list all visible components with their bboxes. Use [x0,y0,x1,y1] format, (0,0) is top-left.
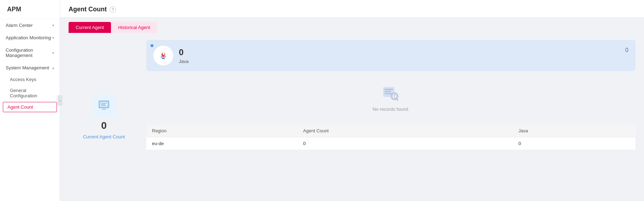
current-agent-count-number: 0 [101,120,107,131]
table-header-agent-count: Agent Count [298,125,513,137]
java-info: 0 Java [179,47,188,64]
java-icon [157,50,169,62]
sidebar-item-alarm-center[interactable]: Alarm Center ▾ [0,19,60,31]
help-icon[interactable]: ? [110,6,116,13]
sidebar-item-configuration-management-label: Configuration Management [6,47,52,58]
sidebar-item-application-monitoring-label: Application Monitoring [6,35,51,40]
sidebar-item-agent-count[interactable]: Agent Count [3,102,57,112]
chevron-down-icon: ▾ [52,36,54,40]
page-header: Agent Count ? [60,0,644,18]
svg-rect-9 [385,89,393,90]
current-agent-panel: 0 Current Agent Count [69,40,139,194]
table-cell-agent-count: 0 [298,137,513,150]
table-cell-region: eu-de [146,137,298,150]
java-label: Java [179,59,188,64]
main-content: Agent Count ? Current Agent Historical A… [60,0,644,201]
sidebar-item-configuration-management[interactable]: Configuration Management ▾ [0,44,60,62]
agent-icon-box [93,94,115,117]
sidebar-collapse-button[interactable]: ‹ [58,95,63,106]
table-header: Region Agent Count Java [146,125,636,137]
svg-line-14 [396,99,398,100]
sidebar-menu: Alarm Center ▾ Application Monitoring ▾ … [0,19,60,201]
sidebar: APM Alarm Center ▾ Application Monitorin… [0,0,60,201]
table-cell-java: 0 [513,137,636,150]
tab-current-agent[interactable]: Current Agent [69,22,111,33]
table-header-region: Region [146,125,298,137]
sidebar-item-system-management-label: System Management [6,65,49,70]
chevron-down-icon: ▾ [52,23,54,27]
svg-text:!: ! [394,94,395,98]
sidebar-item-agent-count-label: Agent Count [7,104,33,110]
table-row: eu-de 0 0 [146,137,636,150]
no-records-illustration: ! [380,84,402,103]
sidebar-item-general-configuration-label: General Configuration [10,88,37,98]
agent-table: Region Agent Count Java eu-de 0 0 [146,125,636,150]
java-count: 0 [179,47,188,57]
no-records-section: ! No records found. [146,75,636,119]
java-card-right-count: 0 [625,47,628,53]
chevron-down-icon: ▾ [52,51,54,55]
java-dot-indicator [151,44,153,47]
tab-historical-agent[interactable]: Historical Agent [111,22,157,33]
sidebar-item-access-keys-label: Access Keys [10,77,36,82]
java-card: 0 Java 0 [146,40,636,71]
sidebar-logo: APM [0,0,60,19]
content-area: 0 Current Agent Count [60,33,644,201]
tabs-bar: Current Agent Historical Agent [60,18,644,33]
svg-rect-10 [385,91,391,92]
table-header-java: Java [513,125,636,137]
table-body: eu-de 0 0 [146,137,636,150]
svg-rect-6 [101,109,106,110]
sidebar-item-application-monitoring[interactable]: Application Monitoring ▾ [0,31,60,44]
svg-rect-11 [385,93,392,94]
page-title: Agent Count [69,6,107,13]
sidebar-item-alarm-center-label: Alarm Center [6,23,33,28]
right-panel: 0 Java 0 [146,40,636,194]
sidebar-item-general-configuration[interactable]: General Configuration [0,85,60,101]
table-section: Region Agent Count Java eu-de 0 0 [146,125,636,150]
content-inner: 0 Current Agent Count [69,40,636,194]
no-records-text: No records found. [373,107,409,112]
chevron-up-icon: ▴ [52,66,54,70]
svg-rect-5 [103,108,105,109]
sidebar-item-system-management[interactable]: System Management ▴ [0,62,60,74]
current-agent-count-label: Current Agent Count [83,134,125,139]
java-icon-circle [153,46,173,65]
no-records-icon: ! [380,82,402,104]
sidebar-item-access-keys[interactable]: Access Keys [0,74,60,85]
monitor-icon [98,99,110,112]
